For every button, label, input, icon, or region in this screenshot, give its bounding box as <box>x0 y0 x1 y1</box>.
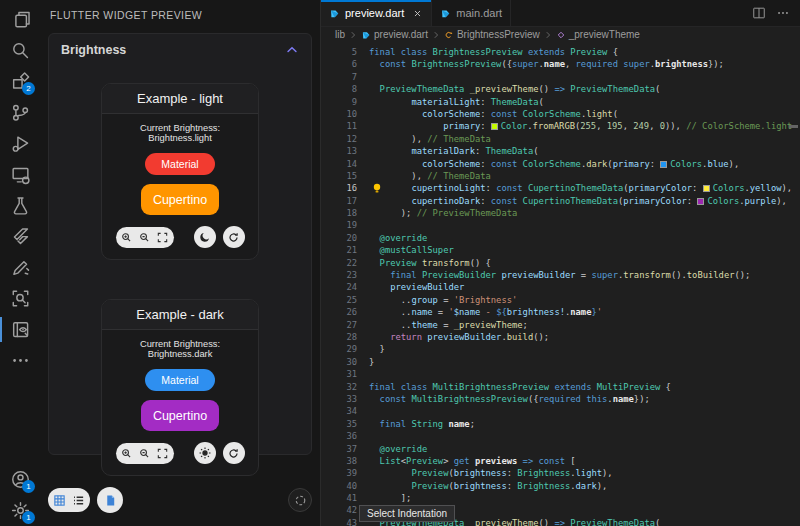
code-line[interactable]: 21 @mustCallSuper <box>321 244 800 256</box>
color-chip[interactable] <box>703 185 710 192</box>
code-line[interactable]: 34 <box>321 405 800 417</box>
code-line[interactable]: 14 colorScheme: const ColorScheme.dark(p… <box>321 158 800 170</box>
line-number[interactable]: 27 <box>321 319 357 331</box>
zoom-in-icon[interactable] <box>120 447 133 460</box>
code-line[interactable]: 5final class BrightnessPreview extends P… <box>321 46 800 58</box>
line-number[interactable]: 33 <box>321 393 357 405</box>
code-line[interactable]: 24 previewBuilder <box>321 281 800 293</box>
code-line[interactable]: 9 materialLight: ThemeData( <box>321 96 800 108</box>
cupertino-button-light[interactable]: Cupertino <box>141 184 219 215</box>
code-line[interactable]: 38 List<Preview> get previews => const [ <box>321 455 800 467</box>
code-line[interactable]: 12 ), // ThemeData <box>321 133 800 145</box>
activity-bar-item-source-control[interactable] <box>0 97 40 128</box>
line-number[interactable]: 21 <box>321 244 357 256</box>
code-line[interactable]: 15 ), // ThemeData <box>321 170 800 182</box>
close-icon[interactable] <box>412 8 423 19</box>
line-number[interactable]: 26 <box>321 306 357 318</box>
fullscreen-icon[interactable] <box>156 231 169 244</box>
line-number[interactable]: 34 <box>321 405 357 417</box>
zoom-out-icon[interactable] <box>138 447 151 460</box>
code-line[interactable]: 8 PreviewThemeData _previewTheme() => Pr… <box>321 83 800 95</box>
line-number[interactable]: 29 <box>321 343 357 355</box>
activity-bar-item-search[interactable] <box>0 35 40 66</box>
breadcrumb-item-lib[interactable]: lib <box>335 29 345 40</box>
breadcrumb-item-file[interactable]: preview.dart <box>361 29 428 40</box>
line-number[interactable]: 17 <box>321 195 357 207</box>
grid-view-icon[interactable] <box>53 494 66 507</box>
sun-icon[interactable] <box>198 446 212 460</box>
code-line[interactable]: 17 cupertinoDark: const CupertinoThemeDa… <box>321 195 800 207</box>
activity-bar-item-testing[interactable] <box>0 190 40 221</box>
breadcrumb-item-class[interactable]: BrightnessPreview <box>444 29 540 40</box>
line-number[interactable]: 11 <box>321 120 357 132</box>
chevron-up-icon[interactable] <box>285 43 299 57</box>
color-chip[interactable] <box>491 123 498 130</box>
code-line[interactable]: 20 @override <box>321 232 800 244</box>
activity-bar-item-widget-preview[interactable] <box>0 314 40 345</box>
code-line[interactable]: 26 ..name = '$name - ${brightness!.name}… <box>321 306 800 318</box>
breadcrumb-item-method[interactable]: _previewTheme <box>556 29 640 40</box>
code-line[interactable]: 41 ]; <box>321 492 800 504</box>
line-number[interactable]: 6 <box>321 58 357 70</box>
activity-bar-item-accounts[interactable]: 1 <box>0 464 40 495</box>
line-number[interactable]: 22 <box>321 257 357 269</box>
cupertino-button-dark[interactable]: Cupertino <box>141 400 219 431</box>
activity-bar-item-remote-explorer[interactable] <box>0 159 40 190</box>
line-number[interactable]: 10 <box>321 108 357 120</box>
tab-main-dart[interactable]: main.dart <box>432 0 511 26</box>
code-line[interactable]: 7 <box>321 71 800 83</box>
line-number[interactable]: 43 <box>321 517 357 526</box>
lightbulb-icon[interactable] <box>372 183 382 194</box>
code-line[interactable]: 16 cupertinoLight: const CupertinoThemeD… <box>321 182 800 194</box>
line-number[interactable]: 23 <box>321 269 357 281</box>
line-number[interactable]: 36 <box>321 430 357 442</box>
line-number[interactable]: 25 <box>321 294 357 306</box>
line-number[interactable]: 14 <box>321 158 357 170</box>
code-line[interactable]: 29 } <box>321 343 800 355</box>
line-number[interactable]: 32 <box>321 381 357 393</box>
code-line[interactable]: 32final class MultiBrightnessPreview ext… <box>321 381 800 393</box>
brightness-section-header[interactable]: Brightness <box>49 34 311 61</box>
line-number[interactable]: 40 <box>321 480 357 492</box>
code-line[interactable]: 33 const MultiBrightnessPreview({require… <box>321 393 800 405</box>
activity-bar-item-settings[interactable]: 1 <box>0 495 40 526</box>
line-number[interactable]: 12 <box>321 133 357 145</box>
fullscreen-icon[interactable] <box>156 447 169 460</box>
line-number[interactable]: 41 <box>321 492 357 504</box>
activity-bar-item-run-debug[interactable] <box>0 128 40 159</box>
refresh-icon[interactable] <box>227 231 240 244</box>
more-actions-icon[interactable] <box>776 6 790 20</box>
code-line[interactable]: 30} <box>321 356 800 368</box>
code-line[interactable]: 10 colorScheme: const ColorScheme.light( <box>321 108 800 120</box>
material-button-dark[interactable]: Material <box>145 369 215 391</box>
code-line[interactable]: 19 <box>321 219 800 231</box>
activity-bar-item-edit-pen[interactable] <box>0 252 40 283</box>
activity-bar-item-more[interactable] <box>0 345 40 376</box>
file-filter-icon[interactable] <box>104 494 117 507</box>
line-number[interactable]: 19 <box>321 219 357 231</box>
line-number[interactable]: 31 <box>321 368 357 380</box>
code-line[interactable]: 39 Preview(brightness: Brightness.light)… <box>321 467 800 479</box>
list-view-icon[interactable] <box>72 494 85 507</box>
line-number[interactable]: 42 <box>321 504 357 516</box>
code-line[interactable]: 6 const BrightnessPreview({super.name, r… <box>321 58 800 70</box>
code-line[interactable]: 11 primary: Color.fromARGB(255, 195, 249… <box>321 120 800 132</box>
code-line[interactable]: 35 final String name; <box>321 418 800 430</box>
code-line[interactable]: 36 <box>321 430 800 442</box>
code-line[interactable]: 23 final PreviewBuilder previewBuilder =… <box>321 269 800 281</box>
line-number[interactable]: 18 <box>321 207 357 219</box>
code-line[interactable]: 18 ); // PreviewThemeData <box>321 207 800 219</box>
line-number[interactable]: 30 <box>321 356 357 368</box>
code-line[interactable]: 31 <box>321 368 800 380</box>
line-number[interactable]: 5 <box>321 46 357 58</box>
moon-icon[interactable] <box>198 230 212 244</box>
code-line[interactable]: 13 materialDark: ThemeData( <box>321 145 800 157</box>
code-line[interactable]: 22 Preview transform() { <box>321 257 800 269</box>
progress-circle-icon[interactable] <box>294 494 307 507</box>
line-number[interactable]: 16 <box>321 182 357 194</box>
line-number[interactable]: 15 <box>321 170 357 182</box>
line-number[interactable]: 8 <box>321 83 357 95</box>
line-number[interactable]: 9 <box>321 96 357 108</box>
line-number[interactable]: 35 <box>321 418 357 430</box>
activity-bar-item-flutter[interactable] <box>0 221 40 252</box>
